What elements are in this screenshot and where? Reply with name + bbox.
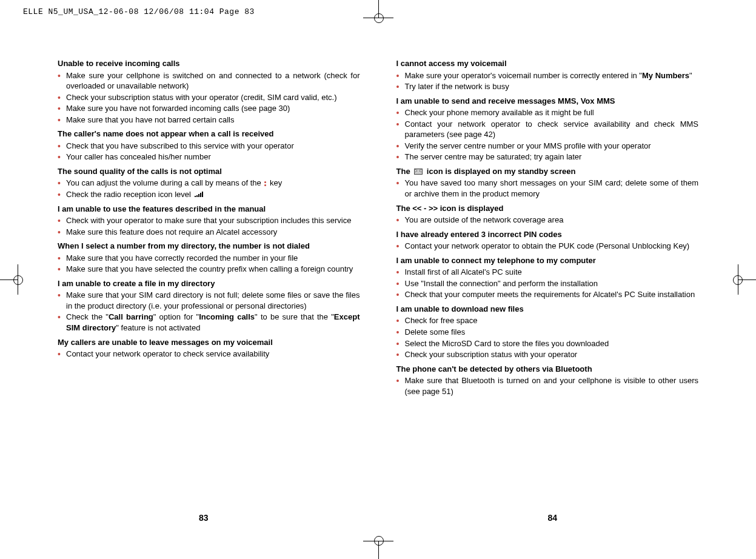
list-item: Verify the server centre number or your … (396, 141, 699, 152)
list-item: Make sure that Bluetooth is turned on an… (396, 375, 699, 397)
section-title: When I select a number from my directory… (58, 241, 360, 252)
section-title: I am unable to connect my telephone to m… (396, 255, 699, 266)
list-item: Make sure that you have not barred certa… (58, 115, 360, 126)
list-item: Check the radio reception icon level (58, 189, 360, 200)
list-item: Use "Install the connection" and perform… (396, 278, 699, 289)
bullet-list: Check that you have subscribed to this s… (58, 141, 360, 162)
list-item: Check your subscription status with your… (58, 92, 360, 103)
section-title: I have already entered 3 incorrect PIN c… (396, 229, 699, 240)
list-item: Your caller has concealed his/her number (58, 152, 360, 162)
volume-key-icon (264, 181, 266, 186)
section-title: I cannot access my voicemail (396, 58, 699, 69)
bullet-list: You have saved too many short messages o… (396, 178, 699, 199)
section-title: The << - >> icon is displayed (396, 203, 699, 214)
list-item: Install first of all Alcatel's PC suite (396, 267, 699, 278)
list-item: Check the "Call barring" option for "Inc… (58, 312, 360, 333)
list-item: Make sure that you have correctly record… (58, 253, 360, 264)
list-item: Check your subscription status with your… (396, 349, 699, 360)
list-item: Make sure your cellphone is switched on … (58, 70, 360, 92)
section-title: My callers are unable to leave messages … (58, 337, 360, 348)
bullet-list: Make sure your operator's voicemail numb… (396, 70, 699, 92)
section-title: The icon is displayed on my standby scre… (396, 166, 699, 177)
list-item: Check that you have subscribed to this s… (58, 141, 360, 152)
page-left: Unable to receive incoming calls Make su… (58, 55, 360, 397)
list-item: Make sure you have not forwarded incomin… (58, 103, 360, 114)
list-item: Check your phone memory available as it … (396, 107, 699, 118)
text: " feature is not activated (116, 323, 200, 332)
list-item: Try later if the network is busy (396, 81, 699, 92)
section-title: The sound quality of the calls is not op… (58, 166, 360, 177)
bullet-list: Install first of all Alcatel's PC suite … (396, 267, 699, 300)
list-item: You can adjust the volume during a call … (58, 178, 360, 189)
text: key (270, 178, 282, 187)
list-item: Contact your network operator to obtain … (396, 241, 699, 252)
text: Check the " (66, 312, 109, 321)
page-number-right: 84 (548, 513, 558, 523)
section-title: I am unable to use the features describe… (58, 204, 360, 215)
text: icon is displayed on my standby screen (427, 167, 576, 176)
bullet-list: You can adjust the volume during a call … (58, 178, 360, 199)
list-item: Check for free space (396, 315, 699, 326)
list-item: The server centre may be saturated; try … (396, 152, 699, 162)
bullet-list: Make sure that your SIM card directory i… (58, 290, 360, 333)
list-item: Contact your network operator to check s… (396, 119, 699, 140)
crop-mark-top (342, 0, 415, 18)
list-item: Check that your computer meets the requi… (396, 289, 699, 300)
section-title: The phone can't be detected by others vi… (396, 364, 699, 375)
list-item: You are outside of the network coverage … (396, 215, 699, 226)
bullet-list: Make sure your cellphone is switched on … (58, 70, 360, 126)
text: " option for " (153, 312, 199, 321)
list-item: Make sure that you have selected the cou… (58, 264, 360, 275)
text: You can adjust the volume during a call … (66, 178, 263, 187)
section-title: Unable to receive incoming calls (58, 58, 360, 69)
signal-bars-icon (195, 192, 203, 197)
bullet-list: Check your phone memory available as it … (396, 107, 699, 162)
section-title: I am unable to download new files (396, 304, 699, 315)
text: " to be sure that the " (255, 312, 334, 321)
bullet-list: Make sure that you have correctly record… (58, 253, 360, 275)
section-title: I am unable to create a file in my direc… (58, 278, 360, 289)
bold-text: My Numbers (642, 71, 689, 80)
bullet-list: Contact your network operator to check s… (58, 349, 360, 360)
page-spread: Unable to receive incoming calls Make su… (0, 55, 756, 397)
bold-text: Call barring (109, 312, 153, 321)
text: " (689, 71, 692, 80)
list-item: Check with your operator to make sure th… (58, 215, 360, 226)
page-right: I cannot access my voicemail Make sure y… (396, 55, 699, 397)
bold-text: Incoming calls (199, 312, 255, 321)
bullet-list: You are outside of the network coverage … (396, 215, 699, 226)
text: Check the radio reception icon level (66, 190, 193, 199)
list-item: Make sure your operator's voicemail numb… (396, 70, 699, 81)
print-header: ELLE N5_UM_USA_12-06-08 12/06/08 11:04 P… (23, 7, 255, 16)
bullet-list: Check for free space Delete some files S… (396, 315, 699, 360)
crop-mark-bottom (342, 541, 415, 559)
text: The (396, 167, 413, 176)
section-title: I am unable to send and receive messages… (396, 96, 699, 107)
bullet-list: Contact your network operator to obtain … (396, 241, 699, 252)
bullet-list: Make sure that Bluetooth is turned on an… (396, 375, 699, 397)
list-item: You have saved too many short messages o… (396, 178, 699, 199)
list-item: Select the MicroSD Card to store the fil… (396, 338, 699, 349)
list-item: Make sure this feature does not require … (58, 227, 360, 238)
bullet-list: Check with your operator to make sure th… (58, 215, 360, 237)
section-title: The caller's name does not appear when a… (58, 129, 360, 139)
envelope-icon (414, 169, 423, 175)
page-numbers: 83 84 (0, 513, 756, 523)
page-number-left: 83 (199, 513, 209, 523)
list-item: Make sure that your SIM card directory i… (58, 290, 360, 311)
list-item: Contact your network operator to check s… (58, 349, 360, 360)
text: Make sure your operator's voicemail numb… (405, 71, 642, 80)
list-item: Delete some files (396, 327, 699, 338)
